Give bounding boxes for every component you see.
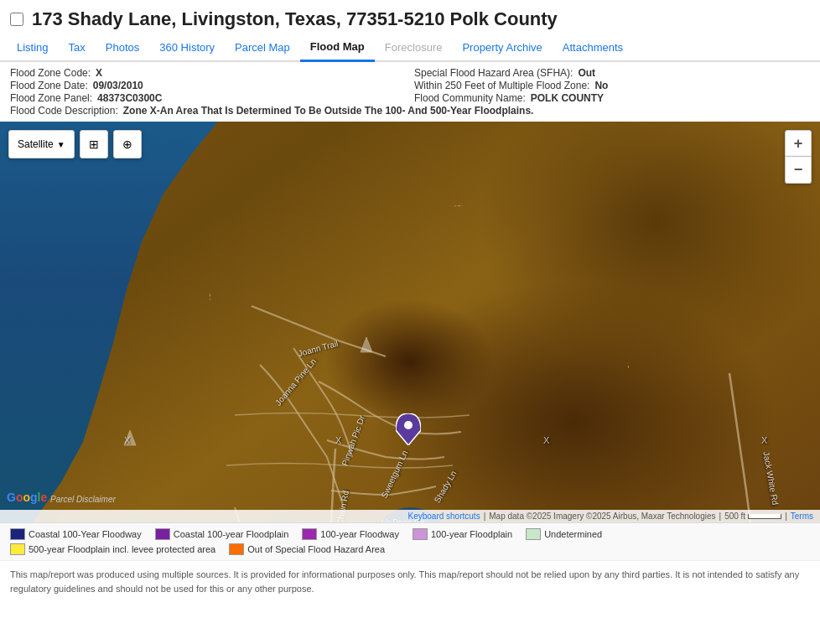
disclaimer-text: This map/report was produced using multi…: [10, 569, 799, 594]
multiple-flood-row: Within 250 Feet of Multiple Flood Zone: …: [414, 80, 810, 91]
zone-date-value: 09/03/2010: [93, 80, 143, 91]
address-checkbox[interactable]: [10, 13, 23, 26]
svg-point-3: [404, 421, 413, 429]
tab-flood[interactable]: Flood Map: [300, 34, 375, 62]
flood-zone-code-row: Flood Zone Code: X: [10, 67, 406, 79]
chevron-down-icon: ▼: [57, 140, 65, 149]
legend-row-2: 500-year Floodplain incl. levee protecte…: [10, 543, 810, 555]
legend-section: Coastal 100-Year Floodway Coastal 100-ye…: [0, 522, 820, 560]
zoom-in-button[interactable]: +: [785, 130, 812, 157]
tab-attachments[interactable]: Attachments: [553, 34, 633, 60]
zone-code-value: X: [96, 67, 102, 79]
tab-360history[interactable]: 360 History: [149, 34, 225, 60]
satellite-label: Satellite: [18, 138, 54, 150]
sfha-label: Special Flood Hazard Area (SFHA):: [414, 67, 573, 79]
flood-zone-panel-row: Flood Zone Panel: 48373C0300C: [10, 92, 406, 104]
location-button[interactable]: ⊕: [113, 130, 142, 158]
property-marker: [396, 413, 421, 448]
zone-date-label: Flood Zone Date:: [10, 80, 88, 91]
zone-panel-value: 48373C0300C: [97, 92, 162, 104]
flood-zone-date-row: Flood Zone Date: 09/03/2010: [10, 80, 406, 91]
legend-coastal-floodway: Coastal 100-Year Floodway: [10, 528, 142, 540]
layers-icon: ⊞: [89, 138, 99, 151]
tab-archive[interactable]: Property Archive: [452, 34, 552, 60]
tab-foreclosure[interactable]: Foreclosure: [375, 34, 453, 60]
zone-desc-label: Flood Code Description:: [10, 105, 118, 117]
zone-code-label: Flood Zone Code:: [10, 67, 91, 79]
google-logo: Google: [7, 491, 47, 504]
zone-panel-label: Flood Zone Panel:: [10, 92, 92, 104]
terms-link[interactable]: Terms: [791, 512, 813, 521]
map-attribution-bar: Keyboard shortcuts | Map data ©2025 Imag…: [0, 510, 820, 522]
tab-parcel[interactable]: Parcel Map: [225, 34, 300, 60]
tab-listing[interactable]: Listing: [7, 34, 59, 60]
multiple-flood-label: Within 250 Feet of Multiple Flood Zone:: [414, 80, 589, 91]
scale-bar: 500 ft: [724, 512, 781, 521]
legend-row-1: Coastal 100-Year Floodway Coastal 100-ye…: [10, 528, 810, 540]
community-value: POLK COUNTY: [531, 92, 604, 104]
zoom-out-button[interactable]: −: [785, 157, 812, 184]
map-data-attribution: Map data ©2025 Imagery ©2025 Airbus, Max…: [489, 512, 715, 521]
multiple-flood-value: No: [594, 80, 608, 91]
svg-marker-1: [361, 337, 372, 352]
community-row: Flood Community Name: POLK COUNTY: [414, 92, 810, 104]
legend-coastal-floodplain: Coastal 100-year Floodplain: [155, 528, 289, 540]
legend-500yr-floodplain: 500-year Floodplain incl. levee protecte…: [10, 543, 215, 555]
keyboard-shortcuts[interactable]: Keyboard shortcuts: [407, 512, 480, 521]
legend-100yr-floodplain: 100-year Floodplain: [413, 528, 512, 540]
sfha-row: Special Flood Hazard Area (SFHA): Out: [414, 67, 810, 79]
parcel-disclaimer: Parcel Disclaimer: [50, 495, 116, 504]
header-address-row: 173 Shady Lane, Livingston, Texas, 77351…: [0, 0, 820, 34]
page-title: 173 Shady Lane, Livingston, Texas, 77351…: [32, 8, 558, 30]
road-network: [0, 122, 820, 522]
tab-tax[interactable]: Tax: [59, 34, 96, 60]
sfha-value: Out: [578, 67, 595, 79]
layers-button[interactable]: ⊞: [80, 130, 108, 158]
tab-photos[interactable]: Photos: [96, 34, 149, 60]
svg-marker-0: [124, 430, 136, 445]
legend-out-sfha: Out of Special Flood Hazard Area: [229, 543, 385, 555]
flood-desc-row: Flood Code Description: Zone X-An Area T…: [10, 105, 810, 117]
satellite-button[interactable]: Satellite ▼: [8, 130, 75, 158]
crosshair-icon: ⊕: [122, 138, 132, 151]
nav-tabs: Listing Tax Photos 360 History Parcel Ma…: [0, 34, 820, 62]
map-controls-satellite: Satellite ▼ ⊞ ⊕: [8, 130, 142, 158]
legend-100yr-floodway: 100-year Floodway: [302, 528, 399, 540]
zoom-controls: + −: [785, 130, 812, 184]
zone-desc-value: Zone X-An Area That Is Determined To Be …: [123, 105, 534, 117]
map-container[interactable]: Joann Trail Joanna Pine Ln Pinwah Pic Dr…: [0, 122, 820, 522]
community-label: Flood Community Name:: [414, 92, 526, 104]
flood-info-section: Flood Zone Code: X Special Flood Hazard …: [0, 62, 820, 122]
legend-undetermined: Undetermined: [526, 528, 602, 540]
disclaimer-section: This map/report was produced using multi…: [0, 560, 820, 602]
